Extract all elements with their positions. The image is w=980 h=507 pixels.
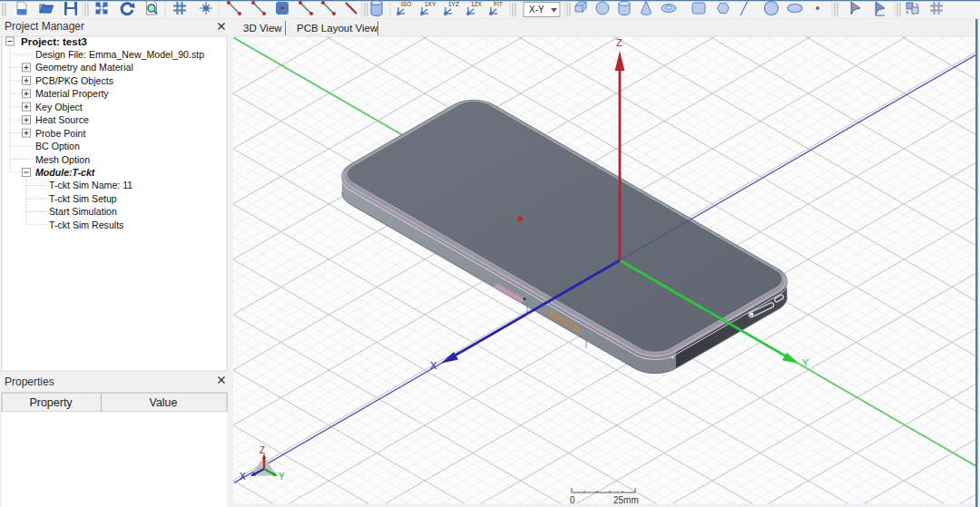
svg-text:Heat Source: Heat Source (35, 114, 89, 125)
svg-text:PCB/PKG Objects: PCB/PKG Objects (35, 75, 113, 86)
svg-text:1XY: 1XY (425, 1, 436, 7)
svg-text:X-Y: X-Y (529, 5, 544, 15)
svg-text:Module:T-ckt: Module:T-ckt (35, 167, 95, 178)
svg-text:X: X (240, 472, 246, 482)
svg-text:Start Simulation: Start Simulation (49, 206, 117, 217)
svg-text:Value: Value (149, 396, 177, 409)
svg-text:Material Property: Material Property (35, 88, 109, 99)
svg-text:T-ckt Sim Results: T-ckt Sim Results (49, 219, 123, 230)
svg-text:Property: Property (29, 396, 73, 409)
svg-text:Y: Y (279, 472, 285, 482)
svg-text:Probe Point: Probe Point (35, 128, 85, 139)
svg-text:1ZX: 1ZX (471, 1, 483, 7)
svg-text:Project: test3: Project: test3 (21, 36, 87, 47)
svg-text:Z: Z (260, 445, 265, 455)
svg-text:Y: Y (802, 357, 809, 368)
svg-text:T-ckt Sim Setup: T-ckt Sim Setup (49, 193, 117, 204)
svg-text:Z: Z (616, 37, 622, 48)
svg-text:Properties: Properties (5, 375, 54, 388)
svg-text:Project Manager: Project Manager (5, 20, 84, 33)
svg-text:BC Option: BC Option (35, 141, 80, 151)
svg-text:T-ckt Sim Name: 11: T-ckt Sim Name: 11 (49, 180, 132, 190)
svg-text:X: X (430, 360, 437, 371)
svg-text:Mesh Option: Mesh Option (35, 154, 90, 165)
svg-text:Key Object: Key Object (35, 102, 83, 112)
svg-text:FIT: FIT (494, 1, 503, 7)
svg-text:1YZ: 1YZ (448, 1, 459, 7)
svg-text:Design File: Emma_New_Model_90: Design File: Emma_New_Model_90.stp (35, 49, 204, 60)
svg-text:3D View: 3D View (243, 23, 282, 34)
svg-text:PCB Layout View: PCB Layout View (297, 23, 378, 34)
svg-text:ISO: ISO (401, 1, 411, 7)
svg-text:Geometry and Material: Geometry and Material (35, 62, 133, 73)
